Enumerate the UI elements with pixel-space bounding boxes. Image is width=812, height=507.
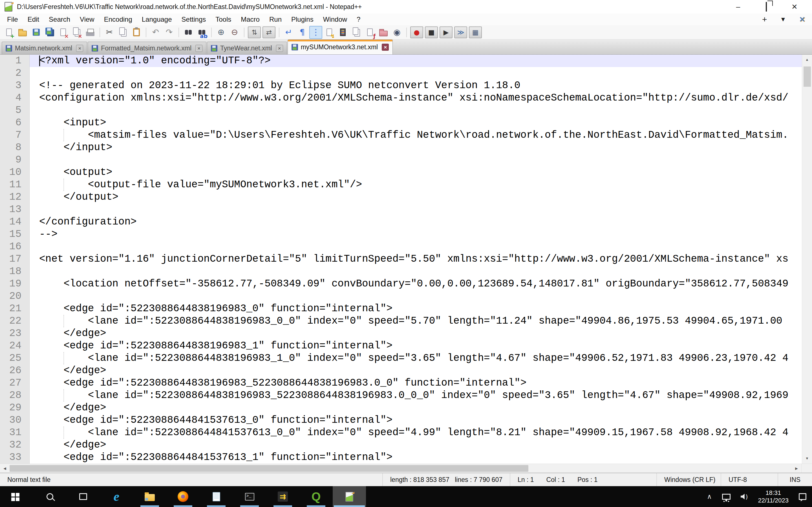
- scroll-right-arrow-icon[interactable]: ▸: [792, 465, 801, 471]
- editor-tab[interactable]: Formatted_Matsim.network.xml×: [88, 42, 206, 54]
- code-line[interactable]: </edge>: [30, 364, 802, 377]
- action-center-icon[interactable]: [799, 493, 806, 500]
- menu-item-[interactable]: ?: [352, 13, 365, 25]
- status-encoding[interactable]: UTF-8: [721, 473, 777, 486]
- find-icon[interactable]: [182, 26, 195, 39]
- code-line[interactable]: <configuration xmlns:xsi="http://www.w3.…: [30, 92, 802, 104]
- stop-macro-icon[interactable]: ■: [425, 26, 438, 38]
- menu-item-plugins[interactable]: Plugins: [287, 13, 318, 25]
- code-line[interactable]: [30, 104, 802, 117]
- code-line[interactable]: <net version="1.16" junctionCornerDetail…: [30, 253, 802, 265]
- code-line[interactable]: <!-- generated on 2023-11-22 18:29:01 by…: [30, 79, 802, 92]
- code-line[interactable]: <edge id=":5223088644841537613_1" functi…: [30, 451, 802, 464]
- code-line[interactable]: <lane id=":5223088644838196983_0_0" inde…: [30, 315, 802, 327]
- command-prompt-app[interactable]: [233, 486, 266, 507]
- code-line[interactable]: -->: [30, 228, 802, 240]
- horizontal-scrollbar[interactable]: ◂ ▸: [0, 464, 812, 473]
- code-line[interactable]: <input>: [30, 117, 802, 129]
- sync-horizontal-icon[interactable]: ⇄: [262, 26, 275, 38]
- menu-item-file[interactable]: File: [2, 13, 23, 25]
- code-line[interactable]: [30, 290, 802, 302]
- save-all-icon[interactable]: [43, 26, 56, 39]
- code-line[interactable]: <location netOffset="-358612.77,-508349.…: [30, 278, 802, 290]
- sumo-netedit-app[interactable]: ⇉: [266, 486, 299, 507]
- task-view-button[interactable]: [66, 486, 100, 507]
- document-list-icon[interactable]: [350, 26, 363, 39]
- code-line[interactable]: <lane id=":5223088644841537613_0_0" inde…: [30, 427, 802, 439]
- record-macro-icon[interactable]: ●: [410, 26, 423, 38]
- editor-tab[interactable]: Matsim.network.xml×: [2, 42, 87, 54]
- copy-icon[interactable]: [116, 26, 130, 39]
- undo-icon[interactable]: ↶: [149, 26, 162, 39]
- code-area[interactable]: <?xml version="1.0" encoding="UTF-8"?><!…: [30, 55, 802, 464]
- code-line[interactable]: </edge>: [30, 439, 802, 451]
- view-eye-icon[interactable]: ◉: [391, 26, 403, 39]
- search-button[interactable]: [33, 486, 66, 507]
- menu-item-run[interactable]: Run: [264, 13, 287, 25]
- code-line[interactable]: <output>: [30, 166, 802, 179]
- tab-close-icon[interactable]: ×: [276, 45, 283, 52]
- new-tab-button[interactable]: +: [762, 15, 767, 24]
- tab-close-icon[interactable]: ×: [195, 45, 202, 52]
- menu-item-window[interactable]: Window: [318, 13, 352, 25]
- code-line[interactable]: <edge id=":5223088644838196983_1" functi…: [30, 340, 802, 352]
- scroll-up-arrow-icon[interactable]: ▴: [802, 55, 812, 65]
- scroll-down-arrow-icon[interactable]: ▾: [802, 453, 812, 464]
- editor-tab[interactable]: TyneWear.net.xml×: [207, 42, 287, 54]
- paste-icon[interactable]: [130, 26, 143, 39]
- firefox-app[interactable]: [166, 486, 200, 507]
- code-line[interactable]: </configuration>: [30, 216, 802, 228]
- code-line[interactable]: [30, 154, 802, 166]
- tab-close-icon[interactable]: ×: [382, 44, 389, 51]
- status-eol-format[interactable]: Windows (CR LF): [656, 473, 721, 486]
- code-line[interactable]: [30, 203, 802, 216]
- tray-chevron-up-icon[interactable]: ∧: [707, 493, 712, 501]
- folder-as-workspace-icon[interactable]: [377, 26, 390, 39]
- menu-item-search[interactable]: Search: [44, 13, 75, 25]
- indent-guide-icon[interactable]: ⋮: [309, 26, 322, 39]
- save-icon[interactable]: [30, 26, 43, 39]
- code-line[interactable]: </input>: [30, 142, 802, 154]
- menu-item-macro[interactable]: Macro: [236, 13, 264, 25]
- new-file-icon[interactable]: +: [3, 26, 15, 39]
- code-line[interactable]: <lane id=":5223088644838196983_522308864…: [30, 389, 802, 402]
- replace-icon[interactable]: ab: [195, 26, 208, 39]
- menu-item-view[interactable]: View: [75, 13, 99, 25]
- open-file-icon[interactable]: [16, 26, 29, 39]
- close-button[interactable]: ✕: [790, 3, 800, 11]
- notepad-app[interactable]: [200, 486, 233, 507]
- internet-explorer-app[interactable]: e: [100, 486, 133, 507]
- horizontal-scroll-thumb[interactable]: [10, 465, 528, 472]
- qgis-app[interactable]: Q: [299, 486, 333, 507]
- scroll-left-arrow-icon[interactable]: ◂: [0, 465, 10, 471]
- code-line[interactable]: <output-file value="mySUMOnetwork3.net.x…: [30, 179, 802, 191]
- close-icon[interactable]: ×: [57, 26, 70, 39]
- print-icon[interactable]: [84, 26, 97, 39]
- doc-map-icon[interactable]: [336, 26, 349, 39]
- cut-icon[interactable]: ✂: [103, 26, 116, 39]
- menu-item-tools[interactable]: Tools: [211, 13, 236, 25]
- vertical-scroll-thumb[interactable]: [804, 66, 811, 87]
- file-explorer-app[interactable]: [133, 486, 166, 507]
- tab-close-icon[interactable]: ×: [76, 45, 83, 52]
- tab-list-dropdown-icon[interactable]: ▼: [780, 16, 786, 23]
- notepad-plus-plus-app[interactable]: [333, 486, 366, 507]
- status-insert-mode[interactable]: INS: [777, 473, 812, 486]
- redo-icon[interactable]: ↷: [163, 26, 175, 39]
- menu-item-language[interactable]: Language: [137, 13, 177, 25]
- code-line[interactable]: </edge>: [30, 402, 802, 414]
- zoom-out-icon[interactable]: ⊖: [228, 26, 241, 39]
- close-tab-button[interactable]: ✕: [799, 15, 805, 24]
- play-macro-icon[interactable]: ▶: [440, 26, 453, 38]
- code-line[interactable]: [30, 240, 802, 253]
- save-macro-icon[interactable]: ▦: [469, 26, 482, 38]
- close-all-icon[interactable]: ×: [70, 26, 83, 39]
- code-line[interactable]: [30, 67, 802, 79]
- code-line[interactable]: </output>: [30, 191, 802, 203]
- menu-item-edit[interactable]: Edit: [23, 13, 44, 25]
- code-line[interactable]: <matsim-files value="D:\Users\Fereshteh.…: [30, 129, 802, 142]
- word-wrap-icon[interactable]: ↵: [282, 26, 295, 39]
- menu-item-settings[interactable]: Settings: [177, 13, 211, 25]
- run-macro-multiple-icon[interactable]: ≫: [454, 26, 467, 38]
- editor-tab[interactable]: mySUMOnetwork3.net.xml×: [288, 40, 393, 54]
